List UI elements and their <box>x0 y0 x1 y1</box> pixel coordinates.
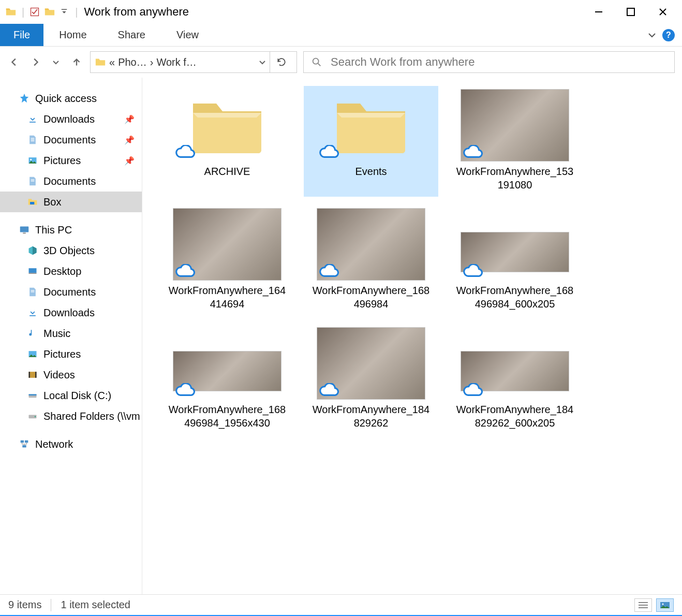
item-label: ARCHIVE <box>204 165 250 178</box>
image-item[interactable]: WorkFromAnywhere_168496984_600x205 <box>448 205 582 316</box>
sidebar-box[interactable]: Box <box>0 192 142 212</box>
search-icon <box>311 56 322 68</box>
item-label: WorkFromAnywhere_164414694 <box>168 284 287 311</box>
navigation-pane: Quick access Downloads 📌 Documents 📌 Pic… <box>0 78 142 594</box>
thumbnail <box>173 89 281 162</box>
document-icon <box>27 286 38 298</box>
image-item[interactable]: WorkFromAnywhere_168496984_1956x430 <box>160 324 294 435</box>
image-item[interactable]: WorkFromAnywhere_184829262_600x205 <box>448 324 582 435</box>
svg-rect-7 <box>31 139 35 140</box>
status-bar: 9 items 1 item selected <box>0 594 682 615</box>
thumbnail <box>461 208 569 281</box>
quick-access-toolbar: | | <box>5 6 79 18</box>
up-button[interactable] <box>69 55 84 69</box>
thumbnail <box>173 327 281 400</box>
image-item[interactable]: WorkFromAnywhere_168496984 <box>304 205 438 316</box>
sidebar-desktop[interactable]: Desktop <box>0 261 142 282</box>
image-item[interactable]: WorkFromAnywhere_153191080 <box>448 86 582 197</box>
folder-icon <box>95 56 106 68</box>
svg-rect-12 <box>31 181 35 181</box>
pin-icon: 📌 <box>124 156 135 166</box>
maximize-button[interactable] <box>615 2 647 22</box>
back-button[interactable] <box>7 55 22 69</box>
sidebar-label: Downloads <box>43 113 95 125</box>
forward-button[interactable] <box>28 55 42 69</box>
item-label: WorkFromAnywhere_168496984_600x205 <box>455 284 574 311</box>
sidebar-label: Quick access <box>35 93 97 105</box>
sidebar-label: Box <box>43 196 61 208</box>
folder-item[interactable]: Events <box>304 86 438 197</box>
details-view-button[interactable] <box>634 598 652 612</box>
sidebar-documents-2[interactable]: Documents <box>0 171 142 192</box>
help-button[interactable]: ? <box>662 29 675 41</box>
thumbnail <box>461 327 569 400</box>
address-bar[interactable]: « Pho… › Work f… <box>90 51 297 73</box>
item-label: WorkFromAnywhere_184829262_600x205 <box>455 403 574 430</box>
thumbnail <box>317 208 425 281</box>
svg-rect-32 <box>639 602 648 603</box>
breadcrumb-crumb[interactable]: Pho… <box>118 56 147 68</box>
minimize-button[interactable] <box>583 2 615 22</box>
folder-item[interactable]: ARCHIVE <box>160 86 294 197</box>
recent-dropdown[interactable] <box>49 55 63 69</box>
sidebar-local-disk[interactable]: Local Disk (C:) <box>0 385 142 406</box>
folder-icon <box>5 6 17 18</box>
svg-point-28 <box>35 416 36 418</box>
sidebar-network[interactable]: Network <box>0 434 142 454</box>
properties-icon[interactable] <box>29 7 40 17</box>
image-item[interactable]: WorkFromAnywhere_184829262 <box>304 324 438 435</box>
computer-icon <box>19 224 30 236</box>
share-tab[interactable]: Share <box>102 24 161 46</box>
thumbnail <box>317 327 425 400</box>
address-dropdown-icon[interactable] <box>258 58 266 66</box>
svg-rect-3 <box>627 8 634 16</box>
sidebar-pictures-2[interactable]: Pictures <box>0 344 142 364</box>
sidebar-shared-folders[interactable]: Shared Folders (\\vm <box>0 406 142 427</box>
sidebar-pictures[interactable]: Pictures 📌 <box>0 150 142 171</box>
file-tab[interactable]: File <box>0 24 43 46</box>
svg-rect-2 <box>595 11 602 12</box>
close-button[interactable] <box>647 2 679 22</box>
ribbon-tabs: File Home Share View ? <box>0 24 682 47</box>
sidebar-this-pc[interactable]: This PC <box>0 219 142 240</box>
home-tab[interactable]: Home <box>43 24 102 46</box>
breadcrumb-crumb[interactable]: Work f… <box>156 56 196 68</box>
download-icon <box>27 307 38 318</box>
sidebar-downloads[interactable]: Downloads 📌 <box>0 109 142 129</box>
download-icon <box>27 113 38 125</box>
sidebar-videos[interactable]: Videos <box>0 364 142 385</box>
search-placeholder: Search Work from anywhere <box>331 55 475 69</box>
svg-rect-30 <box>25 441 28 443</box>
music-icon <box>27 328 38 339</box>
svg-rect-34 <box>639 607 648 608</box>
svg-rect-33 <box>639 605 648 606</box>
sidebar-documents-3[interactable]: Documents <box>0 282 142 302</box>
thumbnails-view-button[interactable] <box>656 598 674 612</box>
selection-count: 1 item selected <box>61 599 130 611</box>
sidebar-3d-objects[interactable]: 3D Objects <box>0 240 142 261</box>
box-icon <box>27 196 38 208</box>
network-icon <box>19 438 30 450</box>
sidebar-label: Music <box>43 328 70 340</box>
svg-rect-18 <box>31 290 35 291</box>
content-pane[interactable]: ARCHIVE Events WorkFromAnywhere_15319108… <box>142 78 682 594</box>
breadcrumb-ellipsis[interactable]: « <box>109 56 115 68</box>
search-input[interactable]: Search Work from anywhere <box>303 51 675 73</box>
view-tab[interactable]: View <box>161 24 214 46</box>
sidebar-quick-access[interactable]: Quick access <box>0 88 142 109</box>
file-grid: ARCHIVE Events WorkFromAnywhere_15319108… <box>160 86 677 435</box>
item-label: Events <box>355 165 387 178</box>
refresh-button[interactable] <box>270 51 292 73</box>
sidebar-label: Network <box>35 438 73 450</box>
image-item[interactable]: WorkFromAnywhere_164414694 <box>160 205 294 316</box>
document-icon <box>27 134 38 145</box>
sidebar-downloads-2[interactable]: Downloads <box>0 302 142 323</box>
svg-rect-14 <box>20 227 29 232</box>
sidebar-documents[interactable]: Documents 📌 <box>0 129 142 150</box>
ribbon-expand-icon[interactable] <box>647 30 657 40</box>
sidebar-music[interactable]: Music <box>0 323 142 344</box>
qat-dropdown-icon[interactable] <box>60 7 70 17</box>
item-label: WorkFromAnywhere_153191080 <box>455 165 574 192</box>
navigation-bar: « Pho… › Work f… Search Work from anywhe… <box>0 47 682 78</box>
folder-icon[interactable] <box>44 6 55 18</box>
